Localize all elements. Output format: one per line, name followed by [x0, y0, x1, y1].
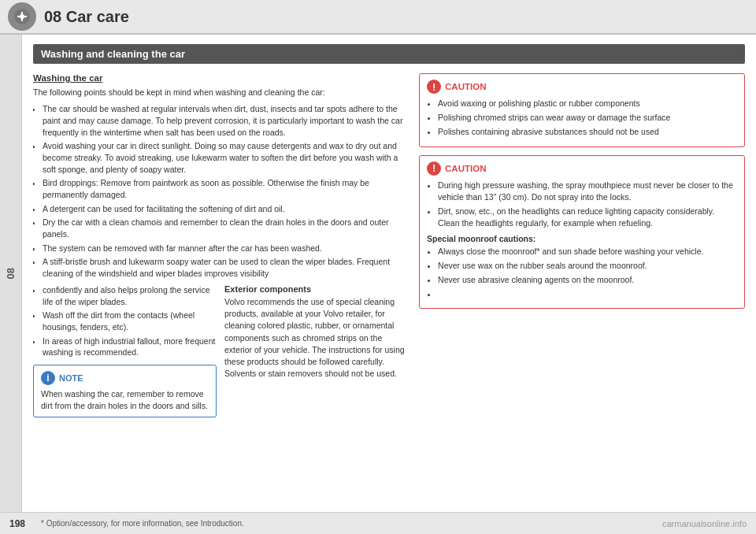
list-item: During high pressure washing, the spray … — [438, 180, 737, 203]
caution-1-header: ! CAUTION — [427, 80, 737, 94]
mid-col-left: confidently and also helps prolong the s… — [33, 284, 217, 418]
caution-2-list-after: Always close the moonroof* and sun shade… — [438, 246, 737, 301]
note-text: When washing the car, remember to remove… — [41, 388, 209, 411]
list-item: Dirt, snow, etc., on the headlights can … — [438, 206, 737, 229]
list-item: Wash off the dirt from the contacts (whe… — [43, 310, 217, 332]
two-column-layout: Washing the car The following points sho… — [33, 73, 745, 500]
list-item: Avoid waxing or polishing plastic or rub… — [438, 98, 737, 109]
note-box: i NOTE When washing the car, remember to… — [33, 365, 217, 417]
washing-bullets: The car should be washed at regular inte… — [43, 103, 408, 280]
mid-col-right: Exterior components Volvo recommends the… — [224, 284, 408, 418]
footer-footnote: * Option/accessory, for more information… — [41, 519, 244, 528]
left-column: Washing the car The following points sho… — [33, 73, 408, 500]
chapter-icon — [8, 2, 36, 31]
page-number: 198 — [9, 518, 25, 529]
list-item: Avoid washing your car in direct sunligh… — [43, 140, 408, 175]
main-content: 08 Washing and cleaning the car Washing … — [0, 35, 756, 512]
caution-2-list-before: During high pressure washing, the spray … — [438, 180, 737, 230]
caution-2-label: CAUTION — [445, 164, 486, 173]
list-item: The system can be removed with far manne… — [43, 243, 408, 254]
list-item: Always close the moonroof* and sun shade… — [438, 246, 737, 258]
list-item: A stiff-bristle brush and lukewarm soapy… — [43, 256, 408, 279]
svg-point-1 — [20, 14, 24, 19]
special-moonroof-heading: Special moonroof cautions: — [427, 234, 737, 243]
caution-1-icon: ! — [427, 80, 441, 94]
list-item: Dry the car with a clean chamois and rem… — [43, 217, 408, 239]
list-item: A detergent can be used for facilitating… — [43, 203, 408, 215]
note-icon: i — [41, 371, 55, 385]
list-item: Polishes containing abrasive substances … — [438, 126, 737, 138]
caution-box-1: ! CAUTION Avoid waxing or polishing plas… — [419, 73, 745, 147]
note-header: i NOTE — [41, 371, 209, 385]
caution-box-2: ! CAUTION During high pressure washing, … — [419, 155, 745, 310]
mid-columns: confidently and also helps prolong the s… — [33, 284, 408, 418]
washing-intro: The following points should be kept in m… — [33, 87, 408, 98]
list-item: confidently and also helps prolong the s… — [43, 284, 217, 307]
page-title: 08 Car care — [44, 8, 129, 26]
caution-2-header: ! CAUTION — [427, 161, 737, 176]
right-column: ! CAUTION Avoid waxing or polishing plas… — [419, 73, 745, 500]
note-label: NOTE — [59, 373, 83, 383]
exterior-title: Exterior components — [224, 284, 408, 294]
section-header: Washing and cleaning the car — [33, 44, 745, 64]
caution-1-list: Avoid waxing or polishing plastic or rub… — [438, 98, 737, 139]
list-item: Never use wax on the rubber seals around… — [438, 260, 737, 272]
mid-bullets: confidently and also helps prolong the s… — [43, 284, 217, 358]
list-item: In areas of high industrial fallout, mor… — [43, 336, 217, 358]
page-header: 08 Car care — [0, 0, 756, 35]
caution-1-label: CAUTION — [445, 82, 486, 91]
caution-2-icon: ! — [427, 161, 441, 176]
exterior-text: Volvo recommends the use of special clea… — [224, 296, 408, 380]
chapter-sidebar: 08 — [0, 35, 22, 512]
list-item — [438, 288, 737, 300]
list-item: Bird droppings: Remove from paintwork as… — [43, 177, 408, 200]
washing-subtitle: Washing the car — [33, 73, 408, 83]
content-area: Washing and cleaning the car Washing the… — [22, 35, 756, 512]
list-item: Never use abrasive cleaning agents on th… — [438, 274, 737, 286]
list-item: Polishing chromed strips can wear away o… — [438, 112, 737, 124]
page-footer: 198 * Option/accessory, for more informa… — [0, 512, 756, 534]
list-item: The car should be washed at regular inte… — [43, 103, 408, 138]
footer-brand: carmanualsonline.info — [662, 519, 747, 528]
chapter-number: 08 — [5, 268, 17, 279]
